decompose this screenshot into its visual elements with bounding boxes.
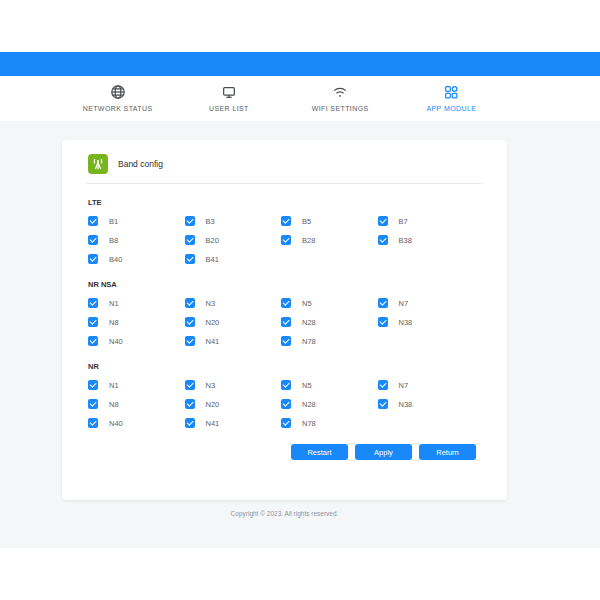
checkbox-checked-icon[interactable]	[185, 216, 195, 226]
band-checkbox-item[interactable]: N78	[281, 335, 378, 347]
band-label: N28	[302, 318, 316, 327]
checkbox-checked-icon[interactable]	[185, 418, 195, 428]
band-label: N38	[399, 400, 413, 409]
band-checkbox-item[interactable]: N5	[281, 379, 378, 391]
checkbox-checked-icon[interactable]	[185, 298, 195, 308]
nav-tabs: NETWORK STATUS USER LIST WIFI SETTINGS A…	[62, 76, 507, 121]
band-checkbox-item[interactable]: B5	[281, 215, 378, 227]
band-checkbox-item[interactable]: B41	[185, 253, 282, 265]
band-label: N78	[302, 337, 316, 346]
band-checkbox-item[interactable]: N78	[281, 417, 378, 429]
band-label: B20	[206, 236, 219, 245]
band-checkbox-item[interactable]: B38	[378, 234, 475, 246]
band-checkbox-item[interactable]: B28	[281, 234, 378, 246]
checkbox-checked-icon[interactable]	[88, 216, 98, 226]
tab-app-module[interactable]: APP MODULE	[396, 76, 507, 121]
checkbox-checked-icon[interactable]	[281, 336, 291, 346]
checkbox-checked-icon[interactable]	[281, 380, 291, 390]
checkbox-checked-icon[interactable]	[281, 317, 291, 327]
band-label: N7	[399, 299, 409, 308]
band-checkbox-item[interactable]: N3	[185, 297, 282, 309]
band-label: B1	[109, 217, 118, 226]
checkbox-checked-icon[interactable]	[185, 380, 195, 390]
band-checkbox-item[interactable]: N40	[88, 335, 185, 347]
band-label: B7	[399, 217, 408, 226]
card-title: Band config	[118, 159, 163, 169]
band-sections: LTE B1B3B5B7B8B20B28B38B40B41 NR NSA N1N…	[62, 184, 507, 429]
section-title: LTE	[88, 198, 483, 207]
checkbox-checked-icon[interactable]	[88, 298, 98, 308]
band-label: B41	[206, 255, 219, 264]
band-checkbox-item[interactable]: N3	[185, 379, 282, 391]
checkbox-checked-icon[interactable]	[88, 380, 98, 390]
band-label: B5	[302, 217, 311, 226]
checkbox-checked-icon[interactable]	[281, 235, 291, 245]
band-checkbox-item[interactable]: B7	[378, 215, 475, 227]
band-checkbox-item[interactable]: N8	[88, 398, 185, 410]
checkbox-checked-icon[interactable]	[88, 317, 98, 327]
checkbox-checked-icon[interactable]	[88, 399, 98, 409]
checkbox-checked-icon[interactable]	[281, 399, 291, 409]
band-grid: N1N3N5N7N8N20N28N38N40N41N78	[88, 379, 483, 429]
band-checkbox-item[interactable]: B1	[88, 215, 185, 227]
band-checkbox-item[interactable]: B40	[88, 253, 185, 265]
band-label: N78	[302, 419, 316, 428]
tab-wifi-settings[interactable]: WIFI SETTINGS	[285, 76, 396, 121]
band-label: B40	[109, 255, 122, 264]
checkbox-checked-icon[interactable]	[378, 399, 388, 409]
tab-network-status[interactable]: NETWORK STATUS	[62, 76, 173, 121]
apply-button[interactable]: Apply	[355, 444, 412, 460]
band-checkbox-item[interactable]: N41	[185, 417, 282, 429]
band-checkbox-item[interactable]: N7	[378, 379, 475, 391]
checkbox-checked-icon[interactable]	[281, 298, 291, 308]
card-header: Band config	[62, 140, 507, 174]
band-checkbox-item[interactable]: N20	[185, 398, 282, 410]
band-label: N3	[206, 381, 216, 390]
band-checkbox-item[interactable]: N40	[88, 417, 185, 429]
band-label: N41	[206, 337, 220, 346]
checkbox-checked-icon[interactable]	[378, 235, 388, 245]
band-checkbox-item[interactable]: B20	[185, 234, 282, 246]
checkbox-checked-icon[interactable]	[88, 254, 98, 264]
checkbox-checked-icon[interactable]	[185, 235, 195, 245]
restart-button[interactable]: Restart	[291, 444, 348, 460]
tab-label: APP MODULE	[426, 105, 476, 112]
band-label: B28	[302, 236, 315, 245]
checkbox-checked-icon[interactable]	[88, 235, 98, 245]
band-label: N1	[109, 299, 119, 308]
monitor-icon	[221, 84, 237, 100]
checkbox-checked-icon[interactable]	[378, 216, 388, 226]
band-checkbox-item[interactable]: N38	[378, 398, 475, 410]
tab-label: NETWORK STATUS	[83, 105, 153, 112]
band-checkbox-item[interactable]: N28	[281, 398, 378, 410]
checkbox-checked-icon[interactable]	[378, 298, 388, 308]
checkbox-checked-icon[interactable]	[185, 317, 195, 327]
band-label: B8	[109, 236, 118, 245]
checkbox-checked-icon[interactable]	[88, 418, 98, 428]
band-checkbox-item[interactable]: N20	[185, 316, 282, 328]
band-checkbox-item[interactable]: N28	[281, 316, 378, 328]
checkbox-checked-icon[interactable]	[185, 399, 195, 409]
checkbox-checked-icon[interactable]	[88, 336, 98, 346]
band-checkbox-item[interactable]: N7	[378, 297, 475, 309]
return-button[interactable]: Return	[419, 444, 476, 460]
band-checkbox-item[interactable]: N5	[281, 297, 378, 309]
band-checkbox-item[interactable]: N38	[378, 316, 475, 328]
band-label: N3	[206, 299, 216, 308]
checkbox-checked-icon[interactable]	[185, 254, 195, 264]
tab-user-list[interactable]: USER LIST	[173, 76, 284, 121]
checkbox-checked-icon[interactable]	[281, 418, 291, 428]
checkbox-checked-icon[interactable]	[378, 317, 388, 327]
tab-label: USER LIST	[209, 105, 249, 112]
checkbox-checked-icon[interactable]	[185, 336, 195, 346]
checkbox-checked-icon[interactable]	[378, 380, 388, 390]
band-checkbox-item[interactable]: N1	[88, 379, 185, 391]
checkbox-checked-icon[interactable]	[281, 216, 291, 226]
band-checkbox-item[interactable]: N41	[185, 335, 282, 347]
band-checkbox-item[interactable]: B8	[88, 234, 185, 246]
band-label: N20	[206, 318, 220, 327]
band-checkbox-item[interactable]: N8	[88, 316, 185, 328]
band-label: N28	[302, 400, 316, 409]
band-checkbox-item[interactable]: B3	[185, 215, 282, 227]
band-checkbox-item[interactable]: N1	[88, 297, 185, 309]
